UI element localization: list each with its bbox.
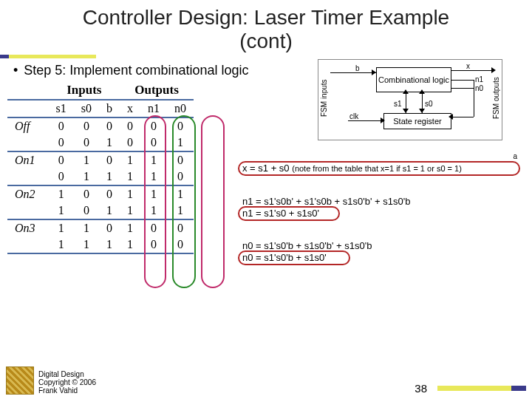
eq-x-note: (note from the table that x=1 if s1 = 1 … [292, 164, 462, 173]
footer-line2: Copyright © 2006 [38, 378, 96, 386]
footer-line3: Frank Vahid [38, 386, 96, 395]
eq-n1-full: n1 = s1's0b' + s1's0b + s1s0'b' + s1s0'b [242, 196, 523, 208]
fsm-inputs-label: FSM inputs [320, 69, 328, 128]
col-s0: s0 [74, 100, 99, 117]
eq-x: x = s1 + s0 [242, 163, 290, 174]
table-row: Off000000 [7, 117, 194, 134]
wire-clk: clk [349, 112, 358, 120]
page-number: 38 [415, 382, 427, 395]
step-label: Step 5: Implement combinational logic [24, 63, 248, 78]
wire-n1: n1 [475, 75, 483, 83]
wire-s1: s1 [394, 100, 402, 108]
inputs-label: Inputs [49, 81, 120, 100]
footer: Digital Design Copyright © 2006 Frank Va… [0, 366, 532, 395]
col-b: b [99, 100, 120, 117]
fsm-outputs-label: FSM outputs [492, 69, 500, 128]
combo-logic-box: Combinational logic [376, 67, 451, 92]
table-row: 101111 [7, 202, 194, 219]
equations: x = s1 + s0 (note from the table that x=… [242, 163, 523, 284]
table-row: On3110100 [7, 219, 194, 236]
col-n0: n0 [167, 100, 194, 117]
table-row: 001001 [7, 134, 194, 151]
table-row: 111100 [7, 236, 194, 253]
table-row: On2100111 [7, 185, 194, 202]
wire-n0: n0 [475, 84, 483, 92]
eq-n0-simp: n0 = s1's0'b + s1s0' [242, 252, 327, 263]
content-area: Inputs Outputs s1 s0 b x n1 n0 Off000000… [0, 81, 532, 347]
eq-n1-simp: n1 = s1's0 + s1s0' [242, 208, 319, 219]
wire-s0: s0 [425, 100, 433, 108]
oval-n0-column [201, 115, 225, 288]
col-x: x [120, 100, 140, 117]
title-line1: Controller Design: Laser Timer Example [0, 6, 532, 30]
table-row: On1010110 [7, 151, 194, 168]
truth-table: Inputs Outputs s1 s0 b x n1 n0 Off000000… [7, 81, 194, 254]
footer-line1: Digital Design [38, 370, 96, 378]
page-bar [437, 386, 526, 391]
state-register-box: State register [383, 113, 451, 129]
table-row: 011110 [7, 168, 194, 185]
wire-b: b [355, 64, 360, 72]
block-diagram: FSM inputs FSM outputs Combinational log… [318, 59, 502, 140]
corner-a: a [513, 152, 517, 160]
title-underline [0, 55, 532, 58]
title-line2: (cont) [0, 30, 532, 53]
logo-icon [6, 366, 34, 395]
wire-x: x [466, 62, 470, 70]
slide-title: Controller Design: Laser Timer Example (… [0, 0, 532, 55]
bullet: • [13, 63, 24, 78]
outputs-label: Outputs [120, 81, 194, 100]
col-s1: s1 [49, 100, 74, 117]
col-n1: n1 [140, 100, 167, 117]
eq-n0-full: n0 = s1's0'b + s1s0'b' + s1s0'b [242, 240, 523, 252]
